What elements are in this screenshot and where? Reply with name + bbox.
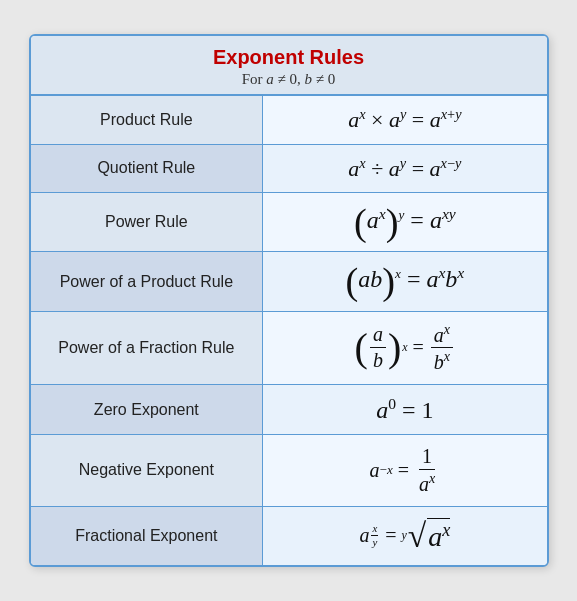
rule-name-quotient: Quotient Rule	[31, 144, 263, 192]
rule-formula-power-fraction: ( a b ) x = ax bx	[263, 311, 547, 384]
rule-name-negative: Negative Exponent	[31, 435, 263, 507]
table-row: Quotient Rule ax ÷ ay = ax−y	[31, 144, 547, 192]
rule-formula-zero: a0 = 1	[263, 385, 547, 435]
table-row: Power of a Product Rule (ab)x = axbx	[31, 252, 547, 311]
table-row: Product Rule ax × ay = ax+y	[31, 96, 547, 144]
rule-formula-power-product: (ab)x = axbx	[263, 252, 547, 311]
rule-formula-negative: a−x = 1 ax	[263, 435, 547, 507]
exponent-rules-table: Exponent Rules For a ≠ 0, b ≠ 0 Product …	[29, 34, 549, 566]
table-row: Negative Exponent a−x = 1 ax	[31, 435, 547, 507]
rule-name-power: Power Rule	[31, 192, 263, 251]
table-header: Exponent Rules For a ≠ 0, b ≠ 0	[31, 36, 547, 96]
table-subtitle: For a ≠ 0, b ≠ 0	[39, 71, 539, 88]
rule-formula-product: ax × ay = ax+y	[263, 96, 547, 144]
rule-name-fractional: Fractional Exponent	[31, 506, 263, 565]
rule-formula-power: (ax)y = axy	[263, 192, 547, 251]
table-row: Power Rule (ax)y = axy	[31, 192, 547, 251]
rule-name-power-product: Power of a Product Rule	[31, 252, 263, 311]
table-row: Power of a Fraction Rule ( a b ) x = ax	[31, 311, 547, 384]
rule-formula-quotient: ax ÷ ay = ax−y	[263, 144, 547, 192]
table-row: Fractional Exponent a x y = y	[31, 506, 547, 565]
rule-name-zero: Zero Exponent	[31, 385, 263, 435]
rule-name-product: Product Rule	[31, 96, 263, 144]
rule-formula-fractional: a x y = y √	[263, 506, 547, 565]
rule-name-power-fraction: Power of a Fraction Rule	[31, 311, 263, 384]
table-title: Exponent Rules	[39, 46, 539, 69]
table-row: Zero Exponent a0 = 1	[31, 385, 547, 435]
